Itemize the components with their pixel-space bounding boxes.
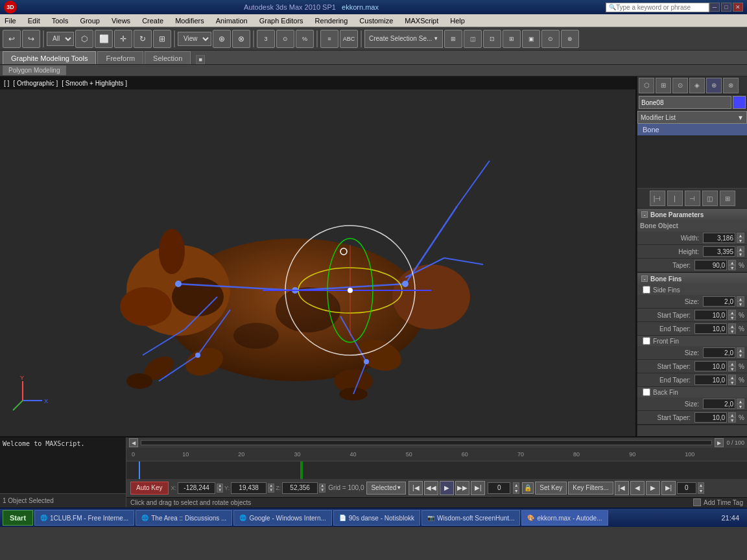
undo-button[interactable]: ↩ xyxy=(3,30,21,48)
taper-spinner[interactable]: ▲ ▼ xyxy=(728,260,736,270)
menu-edit[interactable]: Edit xyxy=(26,16,42,25)
tab-close-button[interactable]: ■ xyxy=(196,55,205,64)
side-fins-checkbox[interactable] xyxy=(643,286,650,294)
panel-btn-3[interactable]: ⊙ xyxy=(672,78,688,93)
z-coord-input[interactable] xyxy=(282,482,318,494)
key-nav-1[interactable]: |◀ xyxy=(615,481,629,495)
snap-angle-button[interactable]: ⊗ xyxy=(232,30,250,48)
fins-start-taper-spinner[interactable]: ▲ ▼ xyxy=(728,310,736,320)
pivot-button[interactable]: ⊙ xyxy=(276,30,294,48)
toolbar-more-1[interactable]: ⊞ xyxy=(444,30,462,48)
z-spinner[interactable]: ▲ ▼ xyxy=(319,484,326,493)
panel-ik-btn[interactable]: ⊣ xyxy=(685,191,700,206)
fins-size-input[interactable] xyxy=(703,296,735,307)
minimize-button[interactable]: ─ xyxy=(709,3,720,12)
auto-key-button[interactable]: Auto Key xyxy=(130,482,169,495)
bone-fins-header[interactable]: - Bone Fins xyxy=(637,273,747,285)
panel-btn-1[interactable]: ⬡ xyxy=(639,78,654,93)
height-spinner-up[interactable]: ▲ xyxy=(737,246,744,251)
search-input[interactable] xyxy=(616,4,700,11)
create-selection-button[interactable]: Create Selection Se... ▼ xyxy=(364,30,443,48)
rotate-button[interactable]: ↻ xyxy=(134,30,152,48)
bone-name-field[interactable] xyxy=(639,96,731,109)
menu-graph-editors[interactable]: Graph Editors xyxy=(257,16,305,25)
fins-start-taper-input[interactable] xyxy=(694,310,727,320)
front-fin-checkbox[interactable] xyxy=(643,337,650,345)
taskbar-item-2[interactable]: 🌐 Google - Windows Intern... xyxy=(233,510,331,526)
height-spinner[interactable]: ▲ ▼ xyxy=(737,246,744,257)
menu-customize[interactable]: Customize xyxy=(357,16,395,25)
redo-button[interactable]: ↪ xyxy=(22,30,40,48)
panel-btn-4[interactable]: ◈ xyxy=(689,78,705,93)
width-input[interactable] xyxy=(703,233,735,243)
modifier-list-dropdown[interactable]: Modifier List ▼ xyxy=(637,111,747,124)
key-filters-button[interactable]: Key Filters... xyxy=(568,482,613,495)
viewport-3d[interactable]: [ ] [ Orthographic ] [ Smooth + Highligh… xyxy=(0,76,637,436)
y-coord-input[interactable] xyxy=(231,482,267,494)
timeline-playhead[interactable] xyxy=(139,461,140,478)
key-nav-2[interactable]: ◀ xyxy=(630,481,645,495)
menu-modifiers[interactable]: Modifiers xyxy=(173,16,206,25)
tab-freeform[interactable]: Freeform xyxy=(97,51,143,64)
menu-views[interactable]: Views xyxy=(110,16,132,25)
back-fin-size-input[interactable] xyxy=(703,399,735,409)
menu-help[interactable]: Help xyxy=(448,16,467,25)
move-button[interactable]: ✛ xyxy=(114,30,132,48)
subtab-polygon-modeling[interactable]: Polygon Modeling xyxy=(3,65,66,75)
panel-btn-6[interactable]: ⊗ xyxy=(723,78,739,93)
selected-dropdown[interactable]: Selected ▼ xyxy=(366,482,406,495)
key-time-input[interactable] xyxy=(677,482,696,494)
maximize-button[interactable]: □ xyxy=(721,3,731,12)
panel-link-btn[interactable]: ⊞ xyxy=(720,191,735,206)
next-frame-button[interactable]: ▶▶ xyxy=(455,481,469,495)
width-spinner-up[interactable]: ▲ xyxy=(737,233,744,238)
back-fin-start-taper-input[interactable] xyxy=(694,412,727,423)
fins-size-spinner[interactable]: ▲ ▼ xyxy=(737,296,744,307)
timeline-ruler[interactable]: 0 10 20 30 40 50 60 70 80 90 100 xyxy=(126,448,747,461)
percent-button[interactable]: % xyxy=(296,30,314,48)
fins-collapse-icon[interactable]: - xyxy=(641,275,648,282)
timeline-bar[interactable] xyxy=(126,461,747,478)
y-spinner[interactable]: ▲ ▼ xyxy=(268,484,274,493)
view-dropdown[interactable]: View xyxy=(178,32,211,46)
selection-filter-dropdown[interactable]: All xyxy=(47,32,74,46)
fins-size-down[interactable]: ▼ xyxy=(737,301,744,307)
taper-spinner-up[interactable]: ▲ xyxy=(728,260,736,265)
tab-selection[interactable]: Selection xyxy=(145,51,191,64)
timeline-track[interactable] xyxy=(141,440,712,445)
menu-file[interactable]: File xyxy=(3,16,18,25)
menu-tools[interactable]: Tools xyxy=(50,16,71,25)
toolbar-more-3[interactable]: ⊡ xyxy=(483,30,501,48)
select-region-button[interactable]: ⬜ xyxy=(95,30,113,48)
add-time-tag-checkbox[interactable] xyxy=(693,498,701,506)
x-spinner[interactable]: ▲ ▼ xyxy=(217,484,223,493)
menu-animation[interactable]: Animation xyxy=(214,16,250,25)
collapse-icon[interactable]: - xyxy=(641,211,648,218)
x-coord-input[interactable] xyxy=(178,482,215,494)
scene-viewport[interactable]: X Y xyxy=(0,76,635,436)
fins-size-up[interactable]: ▲ xyxy=(737,296,744,301)
menu-rendering[interactable]: Rendering xyxy=(313,16,350,25)
panel-motion-btn[interactable]: | xyxy=(667,191,683,206)
search-box[interactable]: 🔍 xyxy=(606,3,709,12)
play-button[interactable]: ▶ xyxy=(440,481,454,495)
menu-group[interactable]: Group xyxy=(78,16,102,25)
panel-btn-5[interactable]: ⊕ xyxy=(706,78,722,93)
height-spinner-down[interactable]: ▼ xyxy=(737,251,744,257)
front-fin-end-taper-spinner[interactable]: ▲ ▼ xyxy=(728,375,736,385)
prev-frame-button[interactable]: ◀◀ xyxy=(424,481,438,495)
snap-button[interactable]: ⊕ xyxy=(213,30,231,48)
tab-graphite[interactable]: Graphite Modeling Tools xyxy=(3,51,96,64)
width-spinner[interactable]: ▲ ▼ xyxy=(737,233,744,243)
menu-maxscript[interactable]: MAXScript xyxy=(403,16,440,25)
taskbar-item-0[interactable]: 🌐 1CLUB.FM - Free Interne... xyxy=(34,510,134,526)
layer-button[interactable]: ≡ xyxy=(320,30,338,48)
taskbar-item-1[interactable]: 🌐 The Area :: Discussions ... xyxy=(136,510,232,526)
taskbar-item-4[interactable]: 📷 Wisdom-soft ScreenHunt... xyxy=(421,510,520,526)
front-fin-size-spinner[interactable]: ▲ ▼ xyxy=(737,347,744,358)
bone-color-swatch[interactable] xyxy=(733,96,746,109)
modifier-bone-item[interactable]: Bone xyxy=(637,124,747,136)
panel-bone-btn[interactable]: ◫ xyxy=(702,191,718,206)
timeline-left-btn[interactable]: ◀ xyxy=(129,438,138,447)
toolbar-more-4[interactable]: ⊞ xyxy=(503,30,521,48)
